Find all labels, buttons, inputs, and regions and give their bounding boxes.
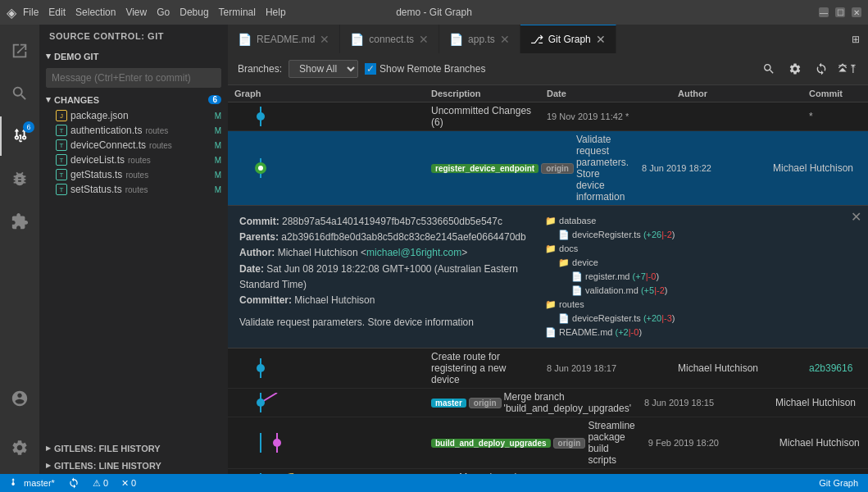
menu-file[interactable]: File — [23, 7, 39, 18]
gitlens-line-history[interactable]: ▸ GITLENS: LINE HISTORY — [39, 457, 228, 474]
tab-close-gitgraph[interactable]: ✕ — [596, 34, 606, 45]
list-item[interactable]: J package.json M — [39, 108, 228, 123]
file-register-md[interactable]: 📄 register.md (+7|-0) — [545, 270, 857, 284]
commit-cell: * — [802, 102, 868, 130]
date-cell-3: 8 Jun 2019 18:17 — [540, 348, 671, 388]
menu-terminal[interactable]: Terminal — [219, 7, 256, 18]
maximize-button[interactable]: ☐ — [835, 7, 845, 17]
header-commit: Commit — [802, 85, 868, 102]
statusbar-sync[interactable] — [65, 477, 83, 489]
changes-header[interactable]: ▾ CHANGES 6 — [39, 91, 228, 108]
statusbar-branch[interactable]: master* — [7, 477, 58, 489]
changes-badge: 6 — [208, 95, 221, 104]
list-item[interactable]: T getStatus.ts routes M — [39, 167, 228, 182]
list-item[interactable]: T setStatus.ts routes M — [39, 182, 228, 197]
statusbar-warnings[interactable]: ⚠ 0 — [89, 478, 111, 489]
list-item[interactable]: T authentication.ts routes M — [39, 123, 228, 138]
desc-cell-3: Create route for registering a new devic… — [425, 348, 540, 388]
statusbar-errors[interactable]: ✕ 0 — [118, 478, 139, 489]
git-graph-area: Branches: Show All ✓ Show Remote Branche… — [228, 53, 868, 474]
activity-settings[interactable] — [0, 428, 39, 467]
file-icon-ts4: T — [56, 169, 67, 180]
author-cell-4: Michael Hutchison — [769, 389, 868, 417]
gitlens-file-history[interactable]: ▸ GITLENS: FILE HISTORY — [39, 440, 228, 457]
graph-cell-3 — [228, 348, 425, 388]
activity-explorer[interactable] — [0, 31, 39, 71]
header-date: Date — [540, 85, 671, 102]
file-deviceregister-routes[interactable]: 📄 deviceRegister.ts (+20|-3) — [545, 312, 857, 326]
graph-cell — [228, 102, 425, 130]
tab-connect[interactable]: 📄 connect.ts ✕ — [340, 25, 439, 53]
activity-source-control[interactable]: 6 — [0, 116, 39, 156]
file-readme-md[interactable]: 📄 README.md (+2|-0) — [545, 326, 857, 339]
menu-debug[interactable]: Debug — [180, 7, 208, 18]
gitgraph-icon: ⎇ — [530, 33, 543, 46]
date-cell-4: 8 Jun 2019 18:15 — [638, 389, 769, 417]
commit-detail-left: Commit: 288b97a54a1401419497fb4b7c533665… — [239, 214, 529, 339]
menu-help[interactable]: Help — [266, 7, 286, 18]
activity-accounts[interactable] — [0, 379, 39, 418]
search-icon-button[interactable] — [758, 58, 779, 80]
split-editor-button[interactable]: ⊞ — [850, 32, 861, 47]
minimize-button[interactable]: — — [819, 7, 829, 17]
show-remote-checkbox[interactable]: ✓ — [365, 63, 376, 75]
table-row[interactable]: master origin Merge branch 'build_and_de… — [228, 389, 868, 417]
list-item[interactable]: T deviceConnect.ts routes M — [39, 138, 228, 153]
activity-search[interactable] — [0, 74, 39, 113]
origin-label: origin — [541, 163, 574, 174]
file-list: J package.json M T authentication.ts rou… — [39, 108, 228, 197]
fetch-icon-button[interactable] — [811, 58, 832, 80]
branches-select[interactable]: Show All — [289, 60, 358, 78]
source-control-badge: 6 — [23, 121, 34, 133]
activity-debug[interactable] — [0, 159, 39, 198]
file-validation-md[interactable]: 📄 validation.md (+5|-2) — [545, 284, 857, 298]
titlebar-menu: File Edit Selection View Go Debug Termin… — [23, 7, 286, 18]
demo-git-header[interactable]: ▾ DEMO GIT — [39, 48, 228, 65]
svg-point-2 — [257, 112, 265, 121]
file-icon-json: J — [56, 110, 67, 121]
date-line: Date: Sat Jun 08 2019 18:22:08 GMT+1000 … — [239, 262, 529, 293]
tab-gitgraph[interactable]: ⎇ Git Graph ✕ — [520, 25, 616, 53]
file-icon-ts: T — [56, 125, 67, 136]
menu-edit[interactable]: Edit — [48, 7, 66, 18]
graph-table[interactable]: Graph Description Date Author Commit — [228, 85, 868, 474]
list-item[interactable]: T deviceList.ts routes M — [39, 153, 228, 167]
close-button[interactable]: ✕ — [852, 7, 861, 17]
tab-readme[interactable]: 📄 README.md ✕ — [228, 25, 340, 53]
commit-message-input[interactable] — [46, 68, 221, 88]
sidebar: SOURCE CONTROL: GIT ▾ DEMO GIT ▾ CHANGES… — [39, 25, 228, 474]
menu-view[interactable]: View — [125, 7, 147, 18]
file-deviceregister-db[interactable]: 📄 deviceRegister.ts (+26|-2) — [545, 228, 857, 242]
tab-close-readme[interactable]: ✕ — [320, 34, 329, 45]
header-author: Author — [671, 85, 802, 102]
author-cell-5: Michael Hutchison — [773, 417, 868, 468]
tab-appts[interactable]: 📄 app.ts ✕ — [439, 25, 520, 53]
settings-icon-button[interactable] — [784, 58, 806, 80]
graph-cell-6 — [228, 469, 425, 474]
table-row[interactable]: Create route for registering a new devic… — [228, 348, 868, 389]
tab-close-connect[interactable]: ✕ — [419, 34, 429, 45]
tab-close-appts[interactable]: ✕ — [500, 34, 510, 45]
menu-selection[interactable]: Selection — [75, 7, 116, 18]
table-row[interactable]: Uncommitted Changes (6) 19 Nov 2019 11:4… — [228, 102, 868, 131]
author-line: Author: Michael Hutchison <michael@16rig… — [239, 245, 529, 261]
close-detail-button[interactable]: ✕ — [851, 209, 861, 225]
toolbar-icons: ⤒ — [758, 58, 858, 80]
file-icon-ts2: T — [56, 139, 67, 151]
selected-row-header[interactable]: register_device_endpoint origin Validate… — [228, 131, 868, 205]
table-row[interactable]: build_and_deploy_upgrades origin Streaml… — [228, 417, 868, 469]
desc-cell: Uncommitted Changes (6) — [425, 102, 540, 130]
menu-go[interactable]: Go — [157, 7, 170, 18]
table-row-selected[interactable]: register_device_endpoint origin Validate… — [228, 131, 868, 348]
commit-hash-line: Commit: 288b97a54a1401419497fb4b7c533665… — [239, 214, 529, 230]
activity-extensions[interactable] — [0, 202, 39, 241]
connect-file-icon: 📄 — [350, 33, 364, 46]
show-remote-branches[interactable]: ✓ Show Remote Branches — [365, 63, 485, 75]
branches-label: Branches: — [238, 63, 282, 75]
graph-cell-5 — [228, 417, 425, 468]
scroll-top-button[interactable]: ⤒ — [837, 58, 858, 80]
chevron-down-icon-changes: ▾ — [46, 94, 51, 105]
folder-routes: 📁 routes — [545, 298, 857, 312]
statusbar-gitgraph[interactable]: Git Graph — [816, 478, 861, 488]
titlebar-title: demo - Git Graph — [396, 7, 472, 18]
